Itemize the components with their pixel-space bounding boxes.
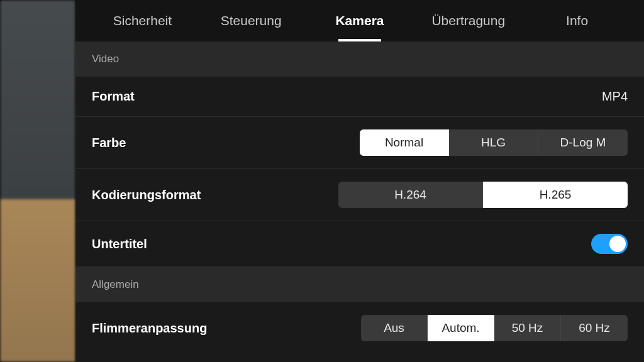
- tab-uebertragung[interactable]: Übertragung: [414, 0, 523, 41]
- settings-panel: Sicherheit Steuerung Kamera Übertragung …: [75, 0, 644, 362]
- color-option-dlogm[interactable]: D-Log M: [538, 129, 628, 156]
- format-label: Format: [92, 89, 135, 104]
- flicker-option-60hz[interactable]: 60 Hz: [561, 315, 628, 341]
- flicker-label: Flimmeranpassung: [92, 321, 207, 336]
- subtitles-toggle[interactable]: [591, 234, 628, 254]
- tab-kamera[interactable]: Kamera: [306, 0, 414, 41]
- flicker-option-50hz[interactable]: 50 Hz: [494, 315, 561, 341]
- camera-preview-sliver: [0, 0, 75, 362]
- encoding-option-h265[interactable]: H.265: [483, 182, 628, 208]
- color-segmented: Normal HLG D-Log M: [360, 129, 628, 156]
- row-color: Farbe Normal HLG D-Log M: [75, 117, 644, 169]
- subtitles-label: Untertitel: [92, 237, 147, 251]
- flicker-segmented: Aus Autom. 50 Hz 60 Hz: [361, 315, 628, 341]
- tab-info[interactable]: Info: [523, 0, 631, 41]
- tab-sicherheit[interactable]: Sicherheit: [88, 0, 197, 41]
- section-general-header: Allgemein: [75, 267, 644, 302]
- format-value: MP4: [602, 89, 628, 104]
- encoding-label: Kodierungsformat: [92, 188, 201, 202]
- row-encoding: Kodierungsformat H.264 H.265: [75, 169, 644, 221]
- section-video-header: Video: [75, 41, 644, 77]
- tab-bar: Sicherheit Steuerung Kamera Übertragung …: [75, 0, 644, 41]
- color-label: Farbe: [92, 136, 126, 150]
- row-flicker: Flimmeranpassung Aus Autom. 50 Hz 60 Hz: [75, 302, 644, 360]
- flicker-option-aus[interactable]: Aus: [361, 315, 428, 341]
- encoding-segmented: H.264 H.265: [338, 182, 628, 208]
- settings-scroll: Video Format MP4 Farbe Normal HLG D-Log …: [75, 41, 644, 362]
- color-option-normal[interactable]: Normal: [360, 129, 449, 156]
- flicker-option-autom[interactable]: Autom.: [428, 315, 494, 341]
- tab-steuerung[interactable]: Steuerung: [197, 0, 306, 41]
- row-subtitles: Untertitel: [75, 221, 644, 267]
- toggle-knob: [609, 236, 626, 252]
- color-option-hlg[interactable]: HLG: [449, 129, 538, 156]
- row-format[interactable]: Format MP4: [75, 77, 644, 117]
- encoding-option-h264[interactable]: H.264: [338, 182, 483, 208]
